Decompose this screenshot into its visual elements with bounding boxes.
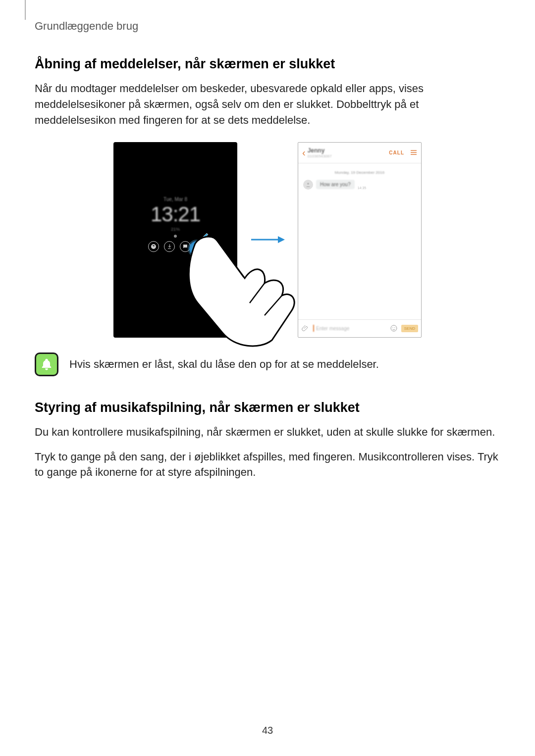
- aod-dot: [174, 235, 177, 238]
- message-bubble: How are you?: [316, 180, 355, 189]
- chat-header: ‹ Jenny 01036543087 CALL: [298, 143, 421, 163]
- emoji-icon: [389, 324, 398, 333]
- breadcrumb: Grundlæggende brug: [35, 20, 500, 33]
- aod-date: Tue, Mar 8: [113, 197, 237, 202]
- download-icon: [164, 241, 175, 252]
- chat-contact-name: Jenny: [308, 147, 387, 154]
- svg-point-2: [307, 183, 309, 185]
- missed-call-icon: [148, 241, 159, 252]
- back-chevron-icon: ‹: [302, 147, 306, 158]
- call-label: CALL: [389, 150, 404, 155]
- page-content: Grundlæggende brug Åbning af meddelelser…: [0, 0, 535, 480]
- figure-row: Tue, Mar 8 13:21 21%: [35, 142, 500, 338]
- send-button: SEND: [401, 325, 418, 332]
- margin-line: [25, 0, 26, 20]
- svg-point-4: [392, 327, 393, 328]
- message-row: How are you? 14:35: [303, 180, 416, 190]
- menu-icon: [410, 149, 417, 156]
- svg-point-3: [391, 325, 397, 331]
- chat-input-bar: Enter message SEND: [298, 319, 421, 337]
- pen-icon: [200, 231, 210, 241]
- section2-body1: Du kan kontrollere musikafspilning, når …: [35, 424, 500, 440]
- message-input: Enter message: [313, 325, 386, 332]
- section2-heading: Styring af musikafspilning, når skærmen …: [35, 400, 500, 415]
- phone-chat-screenshot: ‹ Jenny 01036543087 CALL Monday, 19 Dece…: [298, 142, 422, 338]
- attach-icon: [301, 324, 310, 333]
- section1-heading: Åbning af meddelelser, når skærmen er sl…: [35, 56, 500, 72]
- section2-body2: Tryk to gange på den sang, der i øjeblik…: [35, 449, 500, 481]
- note-row: Hvis skærmen er låst, skal du låse den o…: [35, 353, 500, 376]
- note-text: Hvis skærmen er låst, skal du låse den o…: [69, 358, 379, 371]
- phone-aod-screenshot: Tue, Mar 8 13:21 21%: [113, 142, 237, 338]
- svg-point-5: [394, 327, 395, 328]
- touch-indicator: [189, 241, 204, 256]
- aod-battery: 21%: [113, 227, 237, 232]
- section1-body: Når du modtager meddelelser om beskeder,…: [35, 81, 500, 128]
- avatar-icon: [303, 180, 313, 190]
- message-time: 14:35: [358, 186, 367, 190]
- chat-date: Monday, 19 December 2016: [303, 170, 416, 175]
- arrow-icon: [250, 235, 285, 245]
- aod-notification-icons: [148, 241, 191, 252]
- aod-time: 13:21: [113, 204, 237, 225]
- page-number: 43: [0, 725, 535, 736]
- chat-body: Monday, 19 December 2016 How are you? 14…: [298, 163, 421, 319]
- svg-marker-1: [278, 236, 285, 243]
- notification-bell-icon: [35, 353, 58, 376]
- chat-contact-number: 01036543087: [308, 154, 387, 158]
